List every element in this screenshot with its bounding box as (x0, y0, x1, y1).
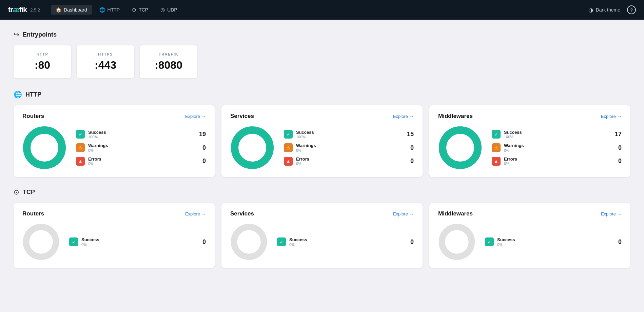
errors-badge: ▲ (492, 157, 501, 166)
entrypoints-icon: ↪ (14, 30, 19, 39)
tcp-services-header: Services Explore → (230, 210, 414, 217)
tcp-middlewares-donut (438, 223, 475, 261)
http-routers-success-row: ✓ Success 100% 19 (76, 130, 206, 139)
help-button[interactable]: ? (627, 5, 636, 14)
errors-badge: ▲ (76, 157, 85, 166)
http-middlewares-warnings-row: ⚠ Warnings 0% 0 (492, 143, 622, 152)
http-routers-donut (22, 126, 66, 170)
tcp-routers-header: Routers Explore → (22, 210, 206, 217)
main-content: ↪ Entrypoints HTTP :80 HTTPS :443 TRAEFI… (0, 20, 644, 290)
http-services-donut (230, 126, 274, 170)
globe-icon: 🌐 (99, 7, 105, 13)
entrypoint-http: HTTP :80 (14, 45, 71, 78)
nav-links: 🏠 Dashboard 🌐 HTTP ⊙ TCP ◎ UDP (51, 5, 578, 15)
warnings-badge: ⚠ (76, 143, 85, 152)
http-middlewares-title: Middlewares (438, 113, 473, 120)
http-routers-warnings-row: ⚠ Warnings 0% 0 (76, 143, 206, 152)
tcp-middlewares-body: ✓ Success 0% 0 (438, 223, 622, 261)
tcp-middlewares-success-row: ✓ Success 0% 0 (485, 237, 622, 247)
http-routers-header: Routers Explore → (22, 113, 206, 120)
brand-logo: træfik (8, 5, 27, 14)
success-badge: ✓ (69, 237, 78, 246)
svg-point-12 (240, 233, 258, 251)
svg-point-14 (448, 233, 466, 251)
tcp-routers-success-row: ✓ Success 0% 0 (69, 237, 206, 247)
nav-http[interactable]: 🌐 HTTP (95, 5, 125, 15)
tcp-middlewares-title: Middlewares (438, 210, 473, 217)
http-section-header: 🌐 HTTP (14, 90, 630, 99)
entrypoint-https-value: :443 (90, 59, 121, 71)
http-services-body: ✓ Success 100% 15 ⚠ Warnings 0% 0 (230, 126, 414, 170)
tcp-section-icon: ⊙ (14, 188, 19, 196)
tcp-middlewares-header: Middlewares Explore → (438, 210, 622, 217)
http-middlewares-explore[interactable]: Explore → (601, 114, 622, 119)
http-services-stats: ✓ Success 100% 15 ⚠ Warnings 0% 0 (284, 130, 414, 166)
http-services-explore[interactable]: Explore → (393, 114, 414, 119)
warnings-pct: 0% (88, 148, 194, 152)
http-routers-explore[interactable]: Explore → (185, 114, 206, 119)
http-section-title: HTTP (25, 91, 41, 98)
svg-point-8 (450, 138, 470, 158)
tcp-routers-donut (22, 223, 60, 261)
http-middlewares-errors-row: ▲ Errors 0% 0 (492, 157, 622, 166)
tcp-section-header: ⊙ TCP (14, 188, 630, 196)
nav-tcp[interactable]: ⊙ TCP (127, 5, 153, 15)
tcp-routers-explore[interactable]: Explore → (185, 211, 206, 216)
arrow-right-icon: → (409, 114, 414, 119)
http-routers-body: ✓ Success 100% 19 ⚠ Warnings 0% 0 (22, 126, 206, 170)
tcp-routers-stats: ✓ Success 0% 0 (69, 237, 206, 247)
http-routers-stats: ✓ Success 100% 19 ⚠ Warnings 0% 0 (76, 130, 206, 166)
nav-dashboard[interactable]: 🏠 Dashboard (51, 5, 92, 15)
tcp-services-stats: ✓ Success 0% 0 (277, 237, 414, 247)
tcp-services-explore[interactable]: Explore → (393, 211, 414, 216)
arrow-right-icon: → (409, 211, 414, 216)
errors-label: Errors (88, 157, 194, 162)
tcp-services-card: Services Explore → ✓ Su (221, 203, 423, 268)
success-badge: ✓ (76, 130, 85, 139)
http-routers-errors-row: ▲ Errors 0% 0 (76, 157, 206, 166)
tcp-cards-row: Routers Explore → ✓ Suc (14, 203, 630, 268)
warnings-label: Warnings (88, 143, 194, 148)
navbar: træfik 2.5.2 🏠 Dashboard 🌐 HTTP ⊙ TCP ◎ … (0, 0, 644, 20)
udp-icon: ◎ (160, 7, 165, 13)
arrow-right-icon: → (617, 114, 622, 119)
home-icon: 🏠 (56, 7, 61, 13)
entrypoint-https: HTTPS :443 (77, 45, 134, 78)
svg-point-2 (34, 138, 55, 158)
http-cards-row: Routers Explore → ✓ (14, 105, 630, 177)
http-services-warnings-row: ⚠ Warnings 0% 0 (284, 143, 414, 152)
brand: træfik 2.5.2 (8, 5, 40, 14)
success-badge: ✓ (277, 237, 286, 246)
tcp-middlewares-stats: ✓ Success 0% 0 (485, 237, 622, 247)
entrypoints-header: ↪ Entrypoints (14, 30, 630, 39)
http-middlewares-card: Middlewares Explore → ✓ (429, 105, 630, 177)
warnings-count: 0 (198, 144, 206, 151)
http-section-icon: 🌐 (14, 90, 22, 99)
svg-point-5 (242, 138, 262, 158)
warnings-badge: ⚠ (284, 143, 293, 152)
dark-theme-button[interactable]: ◑ Dark theme (588, 7, 620, 13)
tcp-services-donut (230, 223, 268, 261)
success-pct: 100% (88, 135, 194, 139)
tcp-services-body: ✓ Success 0% 0 (230, 223, 414, 261)
tcp-middlewares-explore[interactable]: Explore → (601, 211, 622, 216)
http-routers-title: Routers (22, 113, 44, 120)
errors-count: 0 (198, 158, 206, 165)
nav-udp[interactable]: ◎ UDP (156, 5, 182, 15)
http-services-errors-row: ▲ Errors 0% 0 (284, 157, 414, 166)
success-count: 19 (198, 131, 206, 138)
entrypoint-traefik: TRAEFIK :8080 (140, 45, 197, 78)
svg-point-10 (33, 233, 50, 251)
arrow-right-icon: → (201, 211, 206, 216)
tcp-routers-card: Routers Explore → ✓ Suc (14, 203, 215, 268)
entrypoint-traefik-value: :8080 (153, 59, 184, 71)
success-badge: ✓ (284, 130, 293, 139)
entrypoint-http-label: HTTP (27, 52, 58, 56)
tcp-services-success-row: ✓ Success 0% 0 (277, 237, 414, 247)
http-middlewares-donut (438, 126, 482, 170)
http-middlewares-body: ✓ Success 100% 17 ⚠ Warnings 0% 0 (438, 126, 622, 170)
tcp-services-title: Services (230, 210, 254, 217)
http-middlewares-header: Middlewares Explore → (438, 113, 622, 120)
tcp-routers-title: Routers (22, 210, 44, 217)
tcp-routers-body: ✓ Success 0% 0 (22, 223, 206, 261)
